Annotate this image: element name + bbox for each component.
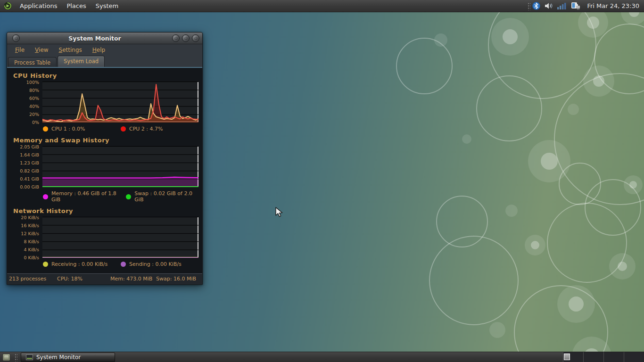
show-desktop-icon[interactable] [2, 354, 10, 361]
swap-color-dot [126, 194, 131, 199]
workspace-window-thumbnail [564, 354, 570, 360]
workspace-switcher [563, 352, 644, 362]
cpu-history-title: CPU History [7, 72, 202, 79]
system-monitor-window: System Monitor File View Settings Help P… [7, 32, 203, 285]
menu-file[interactable]: File [11, 46, 29, 54]
workspace-2[interactable] [583, 352, 603, 362]
cpu1-color-dot [43, 126, 48, 132]
sending-color-dot [121, 262, 126, 267]
menu-applications[interactable]: Applications [15, 0, 62, 12]
bottom-panel: System Monitor [0, 352, 644, 362]
tab-system-load[interactable]: System Load [58, 56, 105, 67]
swap-legend-item: Swap : 0.02 GiB of 2.0 GiB [126, 190, 202, 203]
network-legend: Receiving : 0.00 KiB/s Sending : 0.00 Ki… [43, 261, 202, 267]
window-menubar: File View Settings Help [7, 44, 202, 55]
status-processes: 213 processes [9, 276, 46, 282]
tab-strip: Process Table System Load [7, 55, 202, 67]
memory-color-dot [43, 194, 48, 199]
tray-grip-handle[interactable] [527, 2, 530, 10]
window-title: System Monitor [20, 35, 170, 42]
network-signal-icon[interactable] [557, 2, 567, 9]
cpu2-legend-item: CPU 2 : 4.7% [121, 126, 198, 132]
minimize-button[interactable] [172, 34, 180, 42]
distro-logo-icon[interactable] [3, 1, 12, 10]
cpu-y-axis: 100% 80% 60% 40% 20% 0% [7, 82, 42, 123]
network-y-axis: 20 KiB/s 16 KiB/s 12 KiB/s 8 KiB/s 4 KiB… [7, 217, 42, 258]
window-menu-button[interactable] [12, 34, 20, 42]
system-load-panel: CPU History 100% 80% 60% 40% 20% 0% CPU … [7, 67, 202, 273]
workspace-1[interactable] [563, 352, 583, 362]
menu-help[interactable]: Help [88, 46, 109, 54]
sending-legend-item: Sending : 0.00 KiB/s [121, 261, 182, 267]
workspace-4[interactable] [624, 352, 644, 362]
cpu2-color-dot [121, 126, 126, 132]
volume-icon[interactable] [545, 2, 553, 9]
network-history-title: Network History [7, 207, 202, 214]
bluetooth-icon[interactable] [532, 2, 540, 10]
menu-places[interactable]: Places [62, 0, 91, 12]
memory-history-chart [42, 146, 198, 187]
network-history-section: Network History 20 KiB/s 16 KiB/s 12 KiB… [7, 207, 202, 267]
memory-history-title: Memory and Swap History [7, 137, 202, 144]
menu-view[interactable]: View [31, 46, 52, 54]
memory-legend-item: Memory : 0.46 GiB of 1.8 GiB [43, 190, 126, 203]
workspace-3[interactable] [603, 352, 624, 362]
tab-process-table[interactable]: Process Table [8, 57, 57, 67]
mouse-cursor [275, 207, 286, 218]
window-titlebar[interactable]: System Monitor [7, 33, 202, 44]
close-button[interactable] [192, 34, 199, 42]
cpu-history-chart [42, 82, 198, 123]
status-mem: Mem: 473.0 MiB [110, 276, 152, 282]
receiving-color-dot [43, 262, 48, 267]
taskbar-grip-handle[interactable] [14, 353, 17, 362]
panel-clock[interactable]: Fri Mar 24, 23:30 [587, 2, 639, 9]
network-history-chart [42, 217, 198, 258]
taskbar-button-system-monitor[interactable]: System Monitor [21, 353, 115, 362]
cpu-history-section: CPU History 100% 80% 60% 40% 20% 0% CPU … [7, 72, 202, 132]
status-swap: Swap: 16.0 MiB [156, 276, 196, 282]
status-cpu: CPU: 18% [57, 276, 83, 282]
memory-history-section: Memory and Swap History 2.05 GiB 1.64 Gi… [7, 137, 202, 203]
memory-y-axis: 2.05 GiB 1.64 GiB 1.23 GiB 0.82 GiB 0.41… [7, 146, 42, 187]
cpu1-legend-item: CPU 1 : 0.0% [43, 126, 121, 132]
receiving-legend-item: Receiving : 0.00 KiB/s [43, 261, 121, 267]
maximize-button[interactable] [182, 34, 190, 42]
battery-icon[interactable] [571, 2, 581, 10]
memory-legend: Memory : 0.46 GiB of 1.8 GiB Swap : 0.02… [43, 190, 202, 203]
top-panel: Applications Places System Fri [0, 0, 644, 12]
task-window-icon [26, 354, 33, 360]
menu-system[interactable]: System [91, 0, 123, 12]
cpu-legend: CPU 1 : 0.0% CPU 2 : 4.7% [43, 126, 202, 132]
menu-settings[interactable]: Settings [55, 46, 86, 54]
window-statusbar: 213 processes CPU: 18% Mem: 473.0 MiB Sw… [7, 273, 202, 284]
